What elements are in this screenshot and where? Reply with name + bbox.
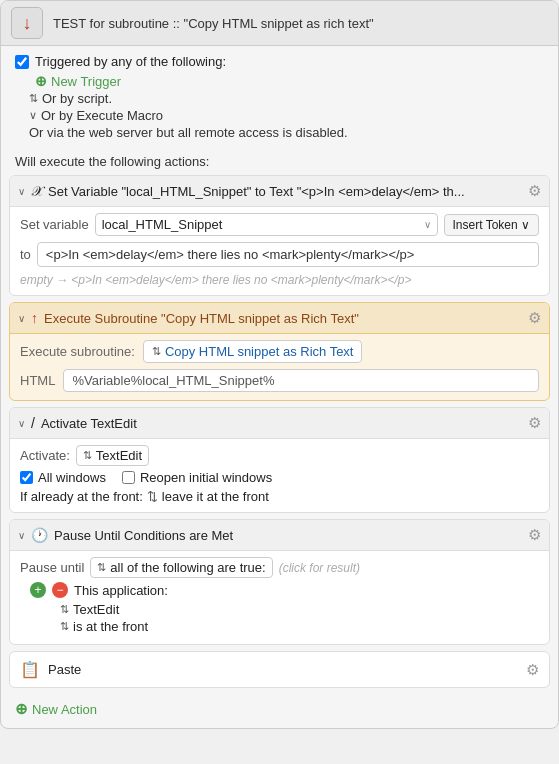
var-select-arrow: ∨: [424, 219, 431, 230]
set-variable-chevron[interactable]: ∨: [18, 186, 25, 197]
will-execute-label: Will execute the following actions:: [1, 150, 558, 175]
execute-subroutine-row: Execute subroutine: ⇅ Copy HTML snippet …: [20, 340, 539, 363]
execute-subroutine-gear-icon[interactable]: ⚙: [528, 309, 541, 327]
paste-icon: 📋: [20, 660, 40, 679]
execute-subroutine-chevron[interactable]: ∨: [18, 313, 25, 324]
pause-until-gear-icon[interactable]: ⚙: [528, 526, 541, 544]
activate-textedit-icon: /: [31, 415, 35, 431]
new-trigger-label: New Trigger: [51, 74, 121, 89]
execute-label: Execute subroutine:: [20, 344, 135, 359]
all-windows-checkbox-item: All windows: [20, 470, 106, 485]
activate-textedit-gear-icon[interactable]: ⚙: [528, 414, 541, 432]
paste-gear-icon[interactable]: ⚙: [526, 661, 539, 679]
set-variable-field-label: Set variable: [20, 217, 89, 232]
var-name-select[interactable]: local_HTML_Snippet ∨: [95, 213, 438, 236]
pause-until-body: Pause until ⇅ all of the following are t…: [10, 551, 549, 644]
condition-add-row: + − This application:: [30, 582, 539, 598]
activate-textedit-chevron[interactable]: ∨: [18, 418, 25, 429]
set-variable-body: Set variable local_HTML_Snippet ∨ Insert…: [10, 207, 549, 295]
activate-textedit-header: ∨ / Activate TextEdit ⚙: [10, 408, 549, 439]
execute-subroutine-icon: ↑: [31, 310, 38, 326]
insert-token-button[interactable]: Insert Token ∨: [444, 214, 539, 236]
subroutine-name: Copy HTML snippet as Rich Text: [165, 344, 354, 359]
by-script-item: ⇅ Or by script.: [29, 91, 544, 106]
new-action-plus-icon: ⊕: [15, 700, 28, 718]
activate-value: TextEdit: [96, 448, 142, 463]
execute-subroutine-header: ∨ ↑ Execute Subroutine "Copy HTML snippe…: [10, 303, 549, 334]
updown-icon-3: ⇅: [152, 345, 161, 358]
all-windows-checkbox[interactable]: [20, 471, 33, 484]
updown-icon-4: ⇅: [83, 449, 92, 462]
html-value-field[interactable]: %Variable%local_HTML_Snippet%: [63, 369, 539, 392]
reopen-checkbox[interactable]: [122, 471, 135, 484]
pause-until-header: ∨ 🕐 Pause Until Conditions are Met ⚙: [10, 520, 549, 551]
activate-textedit-body: Activate: ⇅ TextEdit All windows Reopen …: [10, 439, 549, 512]
is-at-front-label: is at the front: [73, 619, 148, 634]
via-web-server-label: Or via the web server but all remote acc…: [29, 125, 544, 140]
execute-subroutine-title: Execute Subroutine "Copy HTML snippet as…: [44, 311, 522, 326]
empty-hint: empty → <p>In <em>delay</em> there lies …: [20, 273, 539, 287]
title-bar: ↓ TEST for subroutine :: "Copy HTML snip…: [1, 1, 558, 46]
new-trigger-plus-icon: ⊕: [35, 73, 47, 89]
activate-label: Activate:: [20, 448, 70, 463]
execute-subroutine-card: ∨ ↑ Execute Subroutine "Copy HTML snippe…: [9, 302, 550, 401]
new-action-label: New Action: [32, 702, 97, 717]
textedit-row: ⇅ TextEdit: [60, 602, 539, 617]
updown-icon-7: ⇅: [60, 603, 69, 616]
updown-icon: ⇅: [29, 92, 38, 105]
subroutine-select[interactable]: ⇅ Copy HTML snippet as Rich Text: [143, 340, 363, 363]
pause-row: Pause until ⇅ all of the following are t…: [20, 557, 539, 578]
updown-icon-8: ⇅: [60, 620, 69, 633]
trigger-section: Triggered by any of the following: ⊕ New…: [1, 46, 558, 150]
by-execute-macro-item: ∨ Or by Execute Macro: [29, 108, 544, 123]
pause-value: all of the following are true:: [110, 560, 265, 575]
trigger-header: Triggered by any of the following:: [15, 54, 544, 69]
pause-label: Pause until: [20, 560, 84, 575]
by-script-label: Or by script.: [42, 91, 112, 106]
pause-until-title: Pause Until Conditions are Met: [54, 528, 522, 543]
triggered-checkbox[interactable]: [15, 55, 29, 69]
checkboxes-row: All windows Reopen initial windows: [20, 470, 539, 485]
new-trigger-button[interactable]: ⊕ New Trigger: [35, 73, 544, 89]
set-variable-header: ∨ 𝒳 Set Variable "local_HTML_Snippet" to…: [10, 176, 549, 207]
trigger-header-label: Triggered by any of the following:: [35, 54, 226, 69]
set-variable-title: Set Variable "local_HTML_Snippet" to Tex…: [48, 184, 522, 199]
by-execute-macro-label: Or by Execute Macro: [41, 108, 163, 123]
if-already-label: If already at the front:: [20, 489, 143, 504]
click-result-label[interactable]: (click for result): [279, 561, 360, 575]
condition-group: + − This application: ⇅ TextEdit ⇅ is at…: [30, 582, 539, 634]
pause-until-chevron[interactable]: ∨: [18, 530, 25, 541]
to-value-row: to <p>In <em>delay</em> there lies no <m…: [20, 242, 539, 267]
textedit-label: TextEdit: [73, 602, 119, 617]
page-title: TEST for subroutine :: "Copy HTML snippe…: [53, 16, 374, 31]
leave-label: leave it at the front: [162, 489, 269, 504]
paste-header: 📋 Paste ⚙: [10, 652, 549, 687]
add-condition-button[interactable]: +: [30, 582, 46, 598]
set-variable-gear-icon[interactable]: ⚙: [528, 182, 541, 200]
pause-until-icon: 🕐: [31, 527, 48, 543]
set-variable-icon: 𝒳: [31, 183, 42, 200]
to-label: to: [20, 247, 31, 262]
variable-value-field[interactable]: <p>In <em>delay</em> there lies no <mark…: [37, 242, 539, 267]
main-window: ↓ TEST for subroutine :: "Copy HTML snip…: [0, 0, 559, 729]
this-application-label: This application:: [74, 583, 168, 598]
html-field-row: HTML %Variable%local_HTML_Snippet%: [20, 369, 539, 392]
activate-textedit-title: Activate TextEdit: [41, 416, 522, 431]
remove-condition-button[interactable]: −: [52, 582, 68, 598]
new-action-button[interactable]: ⊕ New Action: [1, 694, 558, 728]
reopen-label: Reopen initial windows: [140, 470, 272, 485]
paste-title: Paste: [48, 662, 518, 677]
updown-icon-2: ∨: [29, 109, 37, 122]
pause-select[interactable]: ⇅ all of the following are true:: [90, 557, 272, 578]
execute-subroutine-body: Execute subroutine: ⇅ Copy HTML snippet …: [10, 334, 549, 400]
activate-textedit-card: ∨ / Activate TextEdit ⚙ Activate: ⇅ Text…: [9, 407, 550, 513]
macro-icon: ↓: [11, 7, 43, 39]
front-row: If already at the front: ⇅ leave it at t…: [20, 489, 539, 504]
activate-row: Activate: ⇅ TextEdit: [20, 445, 539, 466]
is-at-front-row: ⇅ is at the front: [60, 619, 539, 634]
activate-select[interactable]: ⇅ TextEdit: [76, 445, 149, 466]
reopen-checkbox-item: Reopen initial windows: [122, 470, 272, 485]
paste-card: 📋 Paste ⚙: [9, 651, 550, 688]
set-variable-card: ∨ 𝒳 Set Variable "local_HTML_Snippet" to…: [9, 175, 550, 296]
condition-sub: ⇅ TextEdit ⇅ is at the front: [60, 602, 539, 634]
